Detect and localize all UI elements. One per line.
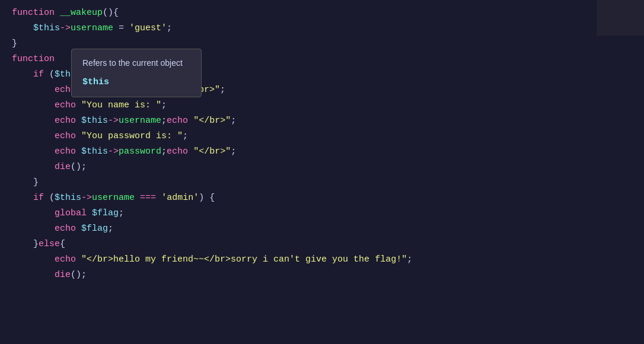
keyword-echo-3: echo xyxy=(55,114,76,128)
code-line-9: echo "You password is: " ; xyxy=(0,129,644,145)
keyword-die-2: die xyxy=(55,268,71,282)
code-line-16: } else { xyxy=(0,237,644,253)
var-this-4: $this xyxy=(81,145,108,159)
minimap xyxy=(597,0,644,36)
code-line-10: echo $this -> password ; echo "</br>" ; xyxy=(0,145,644,160)
keyword-global: global xyxy=(55,206,87,221)
string-admin: 'admin' xyxy=(161,191,199,205)
string-echo-3: "</br>" xyxy=(193,114,231,128)
prop-username-3: username xyxy=(92,191,135,205)
string-echo-4: "You password is: " xyxy=(81,129,183,144)
keyword-die-1: die xyxy=(55,160,71,174)
keyword-echo-4: echo xyxy=(55,129,76,144)
var-flag-1: $flag xyxy=(92,206,119,221)
var-flag-2: $flag xyxy=(81,222,108,236)
var-this-1: $this xyxy=(33,21,60,36)
keyword-echo-7: echo xyxy=(55,253,76,267)
keyword-else: else xyxy=(39,237,60,251)
code-line-18: die (); xyxy=(0,268,644,284)
string-echo-5: "</br>" xyxy=(193,145,231,159)
code-line-15: echo $flag ; xyxy=(0,222,644,237)
string-echo-7: "</br>hello my friend~~</br>sorry i can'… xyxy=(81,253,407,267)
var-this-3: $this xyxy=(81,114,108,128)
keyword-echo-5: echo xyxy=(55,145,76,159)
prop-password-2: password xyxy=(119,145,161,159)
keyword-function-1: function xyxy=(12,6,55,20)
function-name-wakeup: __wakeup xyxy=(60,6,103,20)
var-this-5: $this xyxy=(55,191,81,205)
tooltip-description: Refers to the current object xyxy=(82,56,190,69)
keyword-if-2: if xyxy=(33,191,44,205)
code-line-13: if ( $this -> username === 'admin' ) { xyxy=(0,191,644,206)
string-echo-2: "You name is: " xyxy=(81,98,161,113)
keyword-if-1: if xyxy=(33,68,44,82)
keyword-echo-2: echo xyxy=(55,98,76,113)
code-line-17: echo "</br>hello my friend~~</br>sorry i… xyxy=(0,253,644,268)
code-line-1: function __wakeup (){ xyxy=(0,6,644,21)
keyword-function-2: function xyxy=(12,52,55,66)
tooltip: Refers to the current object $this xyxy=(71,49,202,97)
code-line-11: die (); xyxy=(0,160,644,176)
code-line-8: echo $this -> username ; echo "</br>" ; xyxy=(0,114,644,129)
keyword-echo-6: echo xyxy=(55,222,76,236)
code-line-14: global $flag ; xyxy=(0,206,644,222)
code-line-12: } xyxy=(0,176,644,191)
prop-username-1: username xyxy=(71,21,113,36)
tooltip-keyword: $this xyxy=(82,75,190,90)
code-line-7: echo "You name is: " ; xyxy=(0,98,644,114)
string-guest: 'guest' xyxy=(129,21,167,36)
code-line-2: $this -> username = 'guest' ; xyxy=(0,21,644,37)
prop-username-2: username xyxy=(119,114,161,128)
code-editor: function __wakeup (){ $this -> username … xyxy=(0,0,644,344)
